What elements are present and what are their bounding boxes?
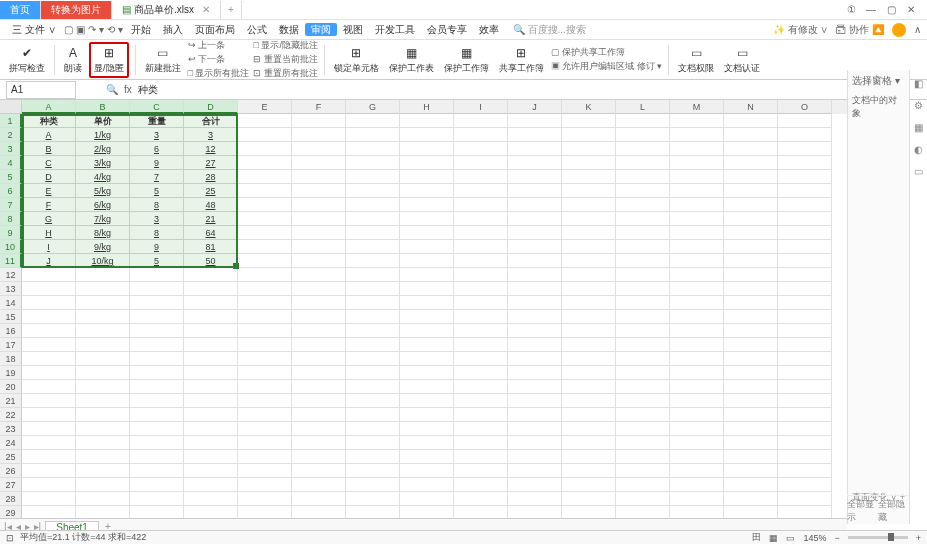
cell[interactable] [238, 492, 292, 506]
cell[interactable] [616, 436, 670, 450]
cell[interactable] [562, 170, 616, 184]
cell[interactable] [778, 422, 832, 436]
cell[interactable] [400, 394, 454, 408]
qat-button[interactable]: ▢ [64, 24, 73, 35]
cell[interactable] [724, 226, 778, 240]
cell[interactable] [292, 184, 346, 198]
cell[interactable]: 2/kg [76, 142, 130, 156]
cell[interactable] [670, 212, 724, 226]
zoom-in-button[interactable]: + [916, 533, 921, 543]
cell[interactable] [22, 310, 76, 324]
lock-cell-button[interactable]: ⊞锁定单元格 [331, 42, 382, 78]
cell[interactable] [724, 156, 778, 170]
cell[interactable] [400, 366, 454, 380]
cell[interactable] [616, 394, 670, 408]
cell[interactable] [22, 296, 76, 310]
cell[interactable]: C [22, 156, 76, 170]
cell[interactable]: 3 [184, 128, 238, 142]
cell[interactable] [292, 338, 346, 352]
cell[interactable] [400, 492, 454, 506]
cell[interactable] [76, 450, 130, 464]
cell[interactable] [400, 226, 454, 240]
cell[interactable] [76, 422, 130, 436]
cell[interactable] [508, 422, 562, 436]
cell[interactable] [346, 450, 400, 464]
cell[interactable] [778, 352, 832, 366]
cell[interactable] [400, 212, 454, 226]
spellcheck-button[interactable]: ✔拼写检查 [6, 42, 48, 78]
cell[interactable] [292, 422, 346, 436]
menu-数据[interactable]: 数据 [273, 23, 305, 36]
row-header[interactable]: 6 [0, 184, 22, 198]
cell[interactable] [346, 254, 400, 268]
cell[interactable] [670, 240, 724, 254]
cell[interactable] [76, 394, 130, 408]
cell[interactable] [616, 492, 670, 506]
cell[interactable] [292, 366, 346, 380]
new-comment-button[interactable]: ▭新建批注 [142, 42, 184, 78]
cell[interactable] [238, 198, 292, 212]
cell[interactable]: 27 [184, 156, 238, 170]
cell[interactable] [292, 254, 346, 268]
cell[interactable] [184, 394, 238, 408]
cell[interactable]: 8 [130, 226, 184, 240]
cell[interactable] [562, 352, 616, 366]
cell[interactable] [454, 254, 508, 268]
cell[interactable] [724, 324, 778, 338]
cell[interactable] [292, 240, 346, 254]
view-normal-icon[interactable]: 田 [752, 531, 761, 544]
cell[interactable] [22, 352, 76, 366]
search-icon[interactable]: 🔍 [106, 84, 118, 95]
cell[interactable] [346, 408, 400, 422]
cell[interactable]: 5/kg [76, 184, 130, 198]
cell[interactable] [562, 198, 616, 212]
cell[interactable] [508, 184, 562, 198]
cell[interactable] [616, 142, 670, 156]
cell[interactable] [778, 240, 832, 254]
cell[interactable] [616, 114, 670, 128]
cell[interactable] [670, 170, 724, 184]
cell[interactable] [562, 436, 616, 450]
cell[interactable] [562, 380, 616, 394]
cell[interactable] [778, 198, 832, 212]
col-header[interactable]: J [508, 100, 562, 114]
cell[interactable] [616, 450, 670, 464]
cell[interactable] [400, 324, 454, 338]
cell[interactable] [346, 114, 400, 128]
cell[interactable]: 28 [184, 170, 238, 184]
cell[interactable]: 5 [130, 254, 184, 268]
cell[interactable] [292, 268, 346, 282]
row-header[interactable]: 28 [0, 492, 22, 506]
cell[interactable] [454, 478, 508, 492]
cell[interactable] [22, 324, 76, 338]
cell[interactable] [670, 380, 724, 394]
cell[interactable] [778, 114, 832, 128]
cell[interactable] [400, 408, 454, 422]
cell[interactable] [184, 464, 238, 478]
show-all[interactable]: 全部显示 [847, 498, 878, 524]
cell[interactable] [22, 492, 76, 506]
cell[interactable]: 21 [184, 212, 238, 226]
cell[interactable]: 12 [184, 142, 238, 156]
avatar[interactable] [892, 23, 906, 37]
cell[interactable] [400, 142, 454, 156]
cell[interactable] [454, 226, 508, 240]
cell[interactable] [76, 268, 130, 282]
cell[interactable] [562, 492, 616, 506]
cell[interactable] [346, 380, 400, 394]
row-header[interactable]: 15 [0, 310, 22, 324]
cell[interactable] [130, 422, 184, 436]
cell[interactable] [562, 450, 616, 464]
row-header[interactable]: 5 [0, 170, 22, 184]
cell[interactable] [292, 198, 346, 212]
cell[interactable] [76, 464, 130, 478]
col-header[interactable]: E [238, 100, 292, 114]
cell[interactable] [238, 114, 292, 128]
cell[interactable] [454, 128, 508, 142]
cell[interactable] [76, 282, 130, 296]
cell[interactable] [400, 352, 454, 366]
cell[interactable] [292, 114, 346, 128]
row-header[interactable]: 25 [0, 450, 22, 464]
cell[interactable] [778, 310, 832, 324]
cell[interactable] [670, 324, 724, 338]
